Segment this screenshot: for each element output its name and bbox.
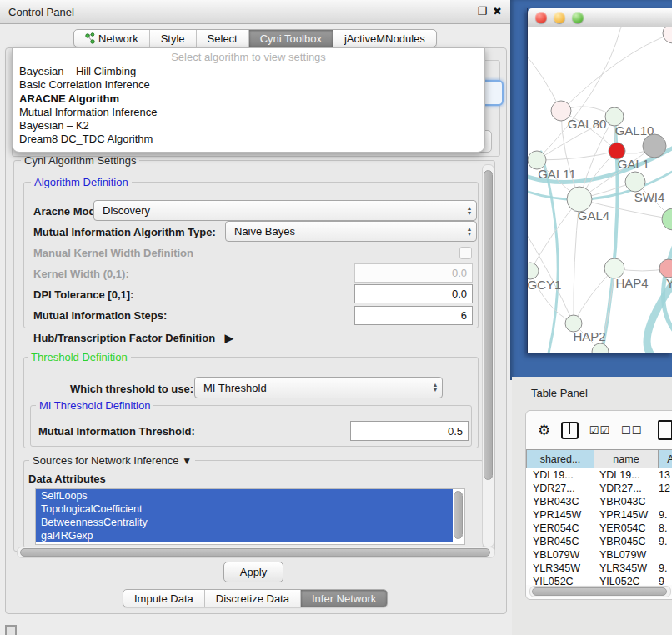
attribute-list-scrollbar[interactable] [453,489,463,542]
settings-horizontal-scroll-thumb[interactable] [20,548,490,557]
tab-jactivemnodules[interactable]: jActiveMNodules [333,30,436,47]
table-row[interactable]: YPR145WYPR145W9. [526,508,672,522]
attribute-list-item[interactable]: gal4RGexp [36,529,453,542]
collapsed-panel-icon[interactable] [5,625,17,635]
table-cell: YBR043C [599,495,646,508]
aracne-mode-value: Discovery [94,204,463,217]
tab-select[interactable]: Select [196,30,248,47]
bottom-tab-infer-network[interactable]: Infer Network [300,590,387,607]
kernel-width-input[interactable]: 0.0 [354,263,473,282]
data-attributes-list[interactable]: SelfLoopsTopologicalCoefficientBetweenne… [35,488,465,545]
table-row[interactable]: YDR27...YDR27...12 [526,482,672,495]
split-view-icon[interactable] [561,422,579,439]
table-row[interactable]: YBR043CYBR043C [526,495,672,508]
network-edge[interactable] [530,199,579,271]
data-attributes-label: Data Attributes [28,472,106,485]
table-row[interactable]: YER054CYER054C8. [526,522,672,535]
algorithm-option[interactable]: Basic Correlation Inference [13,78,484,92]
algorithm-option[interactable]: Mutual Information Inference [13,106,484,119]
network-view-window: GAL80GAL10GAL1GAL11SWI4GAL4GCY1HAP4YHAP2 [527,8,672,353]
stepper-arrows-icon: ▲▼ [429,378,442,398]
bottom-tab-discretize-data[interactable]: Discretize Data [204,590,300,607]
node-label: GAL10 [615,123,654,138]
node-label: HAP4 [615,276,648,290]
bottom-tabbar: Impute DataDiscretize DataInfer Network [123,589,388,608]
mac-minimize-button[interactable] [554,12,565,23]
table-row[interactable]: YLR345WYLR345W9. [526,562,672,575]
float-panel-icon[interactable]: ❐ [477,5,487,18]
table-cell: YPR145W [533,508,581,522]
table-cell: YPR145W [599,508,648,522]
mi-threshold-label: Mutual Information Threshold: [38,425,195,438]
algorithm-option[interactable]: ARACNE Algorithm [13,92,484,106]
expander-right-arrow-icon[interactable]: ▶ [225,332,233,344]
table-row[interactable]: YBR045CYBR045C9. [526,535,672,548]
table-cell: YDR27... [533,482,575,495]
which-threshold-combobox[interactable]: MI Threshold ▲▼ [194,377,443,398]
gear-icon[interactable]: ⚙ [538,422,550,439]
network-node[interactable] [592,343,609,353]
table-row[interactable]: YIL052CYIL052C9 [526,575,672,585]
network-node-gcy1[interactable] [528,262,539,279]
network-node[interactable] [643,134,666,158]
mi-threshold-input[interactable]: 0.5 [350,421,469,441]
network-node[interactable] [662,208,672,230]
algorithm-option[interactable]: Bayesian – K2 [13,119,484,132]
network-edge[interactable] [561,33,672,111]
settings-vertical-scrollbar[interactable] [482,164,494,548]
network-node[interactable] [663,27,672,43]
checked-columns-icon[interactable]: ☑☑ [589,424,610,437]
popup-item-list: Bayesian – Hill ClimbingBasic Correlatio… [13,65,484,147]
mi-type-label: Mutual Information Algorithm Type: [33,226,216,238]
settings-horizontal-scrollbar[interactable] [17,547,495,558]
document-icon[interactable] [658,420,672,440]
mi-type-combobox[interactable]: Naive Bayes ▲▼ [225,221,477,242]
attribute-list-item[interactable]: SelfLoops [36,489,453,502]
node-label: Y [666,276,672,290]
dpi-tolerance-input[interactable]: 0.0 [354,284,473,303]
table-cell: 13 [659,468,670,482]
close-panel-icon[interactable]: ✖ [493,5,502,18]
table-row[interactable]: YDL19...YDL19...13 [526,468,672,482]
attribute-list-scroll-thumb[interactable] [454,491,463,539]
table-header-a[interactable]: A [659,449,672,468]
node-label: GAL4 [578,208,609,222]
table-cell: YLR345W [599,562,647,575]
mac-zoom-button[interactable] [572,12,584,23]
table-header-name[interactable]: name [594,449,659,468]
network-node-swi4[interactable] [625,172,645,192]
network-node-y[interactable] [659,259,672,278]
network-canvas[interactable]: GAL80GAL10GAL1GAL11SWI4GAL4GCY1HAP4YHAP2 [528,27,672,353]
settings-vertical-scroll-thumb[interactable] [484,170,493,480]
table-cell: 9 [659,575,664,585]
unchecked-columns-icon[interactable]: ☐☐ [621,424,642,437]
which-threshold-label: Which threshold to use: [70,382,193,395]
node-label: GAL80 [568,117,607,131]
table-toolbar: ⚙ ☑☑ ☐☐ [526,411,672,449]
sources-group-title[interactable]: Sources for Network Inference ▼ [29,454,195,467]
mac-close-button[interactable] [535,12,547,23]
bottom-tab-impute-data[interactable]: Impute Data [123,590,204,607]
network-window-titlebar[interactable] [528,8,672,28]
expander-down-arrow-icon[interactable]: ▼ [182,455,192,467]
table-cell: YBR043C [533,495,579,508]
network-edge[interactable] [537,27,621,160]
table-row[interactable]: YBL079WYBL079W [526,548,672,562]
which-threshold-value: MI Threshold [195,382,429,394]
manual-kernel-checkbox[interactable] [459,247,472,259]
tab-network[interactable]: Network [74,30,149,47]
apply-button[interactable]: Apply [223,562,283,582]
tab-cyni-toolbox[interactable]: Cyni Toolbox [248,30,333,47]
algorithm-option[interactable]: Bayesian – Hill Climbing [13,65,484,78]
table-horizontal-scrollbar[interactable] [529,586,671,598]
algorithm-option[interactable]: Dream8 DC_TDC Algorithm [13,132,484,146]
mi-steps-input[interactable]: 6 [354,306,473,325]
attribute-list-item[interactable]: TopologicalCoefficient [36,502,453,516]
attribute-list-item[interactable]: BetweennessCentrality [36,516,453,529]
table-cell: YER054C [599,522,646,535]
table-header-shared[interactable]: shared... [526,449,594,468]
table-horizontal-scroll-thumb[interactable] [532,588,667,596]
aracne-mode-combobox[interactable]: Discovery ▲▼ [93,200,477,221]
tab-style[interactable]: Style [149,30,196,47]
hub-expander[interactable]: Hub/Transcription Factor Definition ▶ [33,332,233,344]
